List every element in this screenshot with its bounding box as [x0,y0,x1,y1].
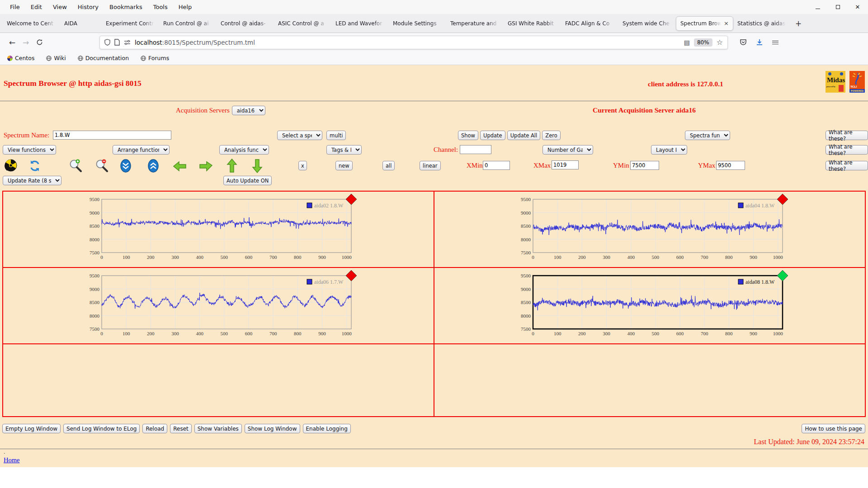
what-are-these-button[interactable]: What are these? [826,131,868,140]
update-button[interactable]: Update [480,131,505,140]
tab-system-wide-checks[interactable]: System wide Che [618,16,676,31]
pocket-icon[interactable] [740,39,747,46]
tab-experiment-control[interactable]: Experiment Contr [102,16,159,31]
tab-control[interactable]: Control @ aidas- [217,16,274,31]
close-icon[interactable]: ✕ [854,4,861,10]
move-up-icon[interactable] [226,159,237,175]
acquisition-server-select[interactable]: aida16 [232,106,265,115]
analysis-functions-select[interactable]: Analysis functions [219,145,269,155]
home-link[interactable]: Home [4,456,19,464]
permissions-icon[interactable] [124,40,131,45]
spectrum-name-input[interactable] [53,131,171,140]
menu-hamburger-icon[interactable] [772,39,778,45]
menu-help[interactable]: Help [173,2,198,12]
new-button[interactable]: new [335,161,353,170]
menu-file[interactable]: File [5,2,25,12]
radioactive-icon[interactable] [5,159,17,174]
how-to-use-button[interactable]: How to use this page [802,424,865,433]
refresh-icon[interactable] [29,160,41,174]
what-are-these-button[interactable]: What are these? [826,161,868,170]
select-a-spectrum[interactable]: Select a spectrum [277,131,322,140]
tab-gsi-white-rabbit[interactable]: GSI White Rabbit [504,16,561,31]
tab-module-settings[interactable]: Module Settings [389,16,446,31]
menu-history[interactable]: History [72,2,104,12]
zoom-in-icon[interactable] [69,159,82,174]
tab-fadc-align[interactable]: FADC Align & Co [561,16,618,31]
move-down-icon[interactable] [252,159,263,175]
gallery-cell-empty-2[interactable] [434,344,865,417]
xmin-input[interactable] [483,161,510,170]
empty-log-window-button[interactable]: Empty Log Window [2,424,61,433]
tab-welcome[interactable]: Welcome to Cent [3,16,60,31]
enable-logging-button[interactable]: Enable Logging [303,424,351,433]
all-button[interactable]: all [382,161,395,170]
forward-icon[interactable]: → [19,36,33,49]
page-icon[interactable] [114,39,120,46]
tab-close-icon[interactable]: × [724,20,729,27]
menu-edit[interactable]: Edit [25,2,47,12]
menu-view[interactable]: View [47,2,72,12]
gallery-cell-empty-1[interactable] [3,344,434,417]
tab-led-waveform[interactable]: LED and Wavefor [331,16,389,31]
layout-id-select[interactable]: Layout ID=8 [651,145,687,155]
zoom-out-icon[interactable] [95,159,108,174]
view-functions-select[interactable]: View functions [3,145,56,155]
arrange-functions-select[interactable]: Arrange functions [113,145,170,155]
svg-text:300: 300 [603,254,610,260]
show-log-window-button[interactable]: Show Log Window [245,424,300,433]
reload-button[interactable]: Reload [142,424,167,433]
spectra-functions-select[interactable]: Spectra functions [685,131,730,140]
menu-bookmarks[interactable]: Bookmarks [104,2,148,12]
reader-mode-icon[interactable]: ▤ [684,39,690,46]
show-button[interactable]: Show [458,131,478,140]
update-all-button[interactable]: Update All [507,131,541,140]
tab-spectrum-browser-active[interactable]: Spectrum Brow × [676,16,733,31]
reset-button[interactable]: Reset [170,424,192,433]
gallery-cell-aida06[interactable]: 0100200300400500600700800900100075008000… [3,267,434,344]
auto-update-button[interactable]: Auto Update ON [223,176,272,185]
new-tab-button[interactable]: + [791,19,806,28]
shield-icon[interactable] [104,39,110,46]
tab-run-control[interactable]: Run Control @ ai [159,16,217,31]
url-bar[interactable]: localhost:8015/Spectrum/Spectrum.tml ▤ 8… [99,36,728,49]
what-are-these-button[interactable]: What are these? [826,145,868,155]
bookmark-documentation[interactable]: Documentation [78,55,129,61]
minimize-icon[interactable] [815,4,821,10]
scroll-down-icon[interactable] [120,159,131,174]
downloads-icon[interactable] [756,39,763,46]
update-rate-select[interactable]: Update Rate (8 secs) [3,176,61,185]
bookmark-star-icon[interactable]: ☆ [717,38,723,47]
bookmark-centos[interactable]: Centos [7,55,34,61]
ymin-label: YMin [613,162,629,169]
tab-statistics[interactable]: Statistics @ aidas [733,16,791,31]
reload-icon[interactable] [33,36,46,49]
gallery-cell-aida04[interactable]: 0100200300400500600700800900100075008000… [434,191,865,267]
gallery-cell-aida08[interactable]: 0100200300400500600700800900100075008000… [434,267,865,344]
menu-tools[interactable]: Tools [148,2,173,12]
maximize-icon[interactable] [835,4,841,10]
zoom-level-badge[interactable]: 80% [694,38,712,47]
bookmark-wiki[interactable]: Wiki [46,55,66,61]
channel-input[interactable] [460,145,491,154]
linear-button[interactable]: linear [420,161,441,170]
ymax-input[interactable] [716,161,745,170]
x-axis-button[interactable]: x [298,161,307,170]
move-right-icon[interactable] [199,161,212,174]
back-icon[interactable]: ← [5,36,19,49]
show-variables-button[interactable]: Show Variables [194,424,242,433]
multi-button[interactable]: multi [326,131,346,140]
move-left-icon[interactable] [173,161,187,174]
gallery-cell-aida02[interactable]: 0100200300400500600700800900100075008000… [3,191,434,267]
tab-aida[interactable]: AIDA [60,16,102,31]
zero-button[interactable]: Zero [542,131,560,140]
send-log-to-elog-button[interactable]: Send Log Window to ELog [63,424,140,433]
tab-temperature[interactable]: Temperature and [446,16,504,31]
scroll-up-icon[interactable] [148,159,159,174]
bookmark-forums[interactable]: Forums [141,55,169,61]
xmax-input[interactable] [552,160,579,169]
tags-fits-select[interactable]: Tags & Fits [326,145,362,155]
tab-asic-control[interactable]: ASIC Control @ a [274,16,331,31]
url-text[interactable]: localhost:8015/Spectrum/Spectrum.tml [135,39,680,46]
number-of-galleries-select[interactable]: Number of Galleries [542,145,593,155]
ymin-input[interactable] [630,161,659,170]
